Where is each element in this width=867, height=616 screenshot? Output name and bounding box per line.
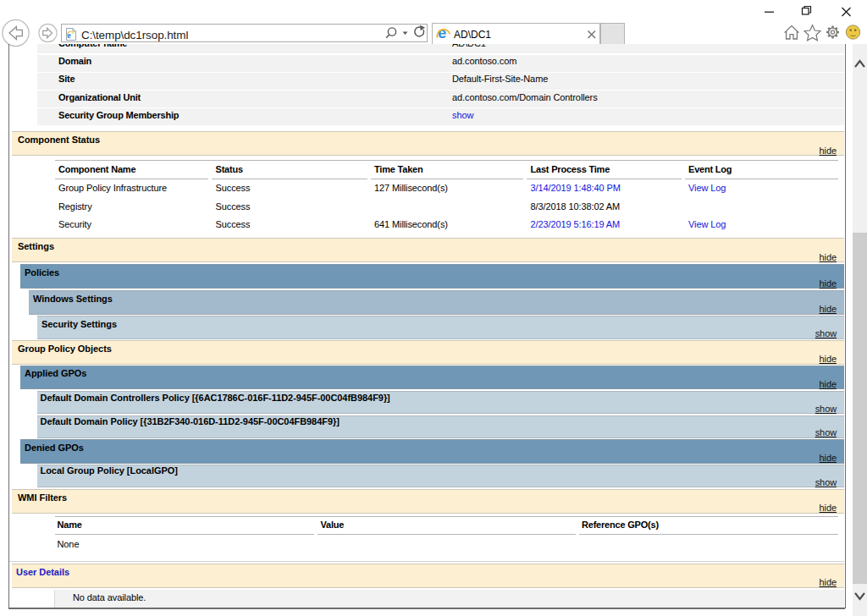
svg-text:e: e	[438, 25, 446, 41]
